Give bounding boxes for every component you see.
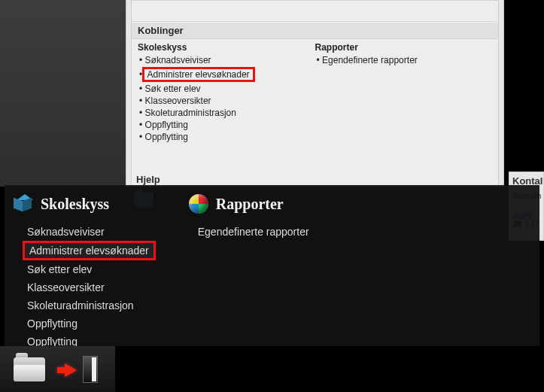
koblinger-col-a-list: SøknadsveiviserAdministrer elevsøknaderS… bbox=[138, 54, 315, 143]
koblinger-col-a-title: Skoleskyss bbox=[138, 42, 315, 53]
menu-item[interactable]: Oppflytting bbox=[23, 315, 156, 333]
menu-heading-rapporter-label: Rapporter bbox=[216, 196, 284, 213]
koblinger-col-b: Rapporter Egendefinerte rapporter bbox=[315, 42, 493, 143]
panel-top-space bbox=[132, 1, 498, 22]
koblinger-a-item[interactable]: Klasseoversikter bbox=[138, 95, 315, 107]
sphere-icon bbox=[189, 194, 208, 214]
koblinger-a-item[interactable]: Oppflytting bbox=[138, 119, 315, 131]
bottom-toolbar bbox=[0, 346, 544, 392]
menu-item[interactable]: Klasseoversikter bbox=[23, 278, 156, 296]
menu-heading-rapporter: Rapporter bbox=[186, 194, 314, 214]
menu-item[interactable]: Administrer elevsøknader bbox=[23, 241, 156, 260]
koblinger-header: Koblinger bbox=[132, 22, 498, 39]
koblinger-columns: Skoleskyss SøknadsveiviserAdministrer el… bbox=[132, 39, 498, 150]
menu-col-skoleskyss: Skoleskyss SøknadsveiviserAdministrer el… bbox=[9, 194, 156, 351]
exit-button[interactable] bbox=[65, 356, 98, 383]
hjelp-header: Hjelp bbox=[136, 174, 498, 185]
toolbar-segment bbox=[0, 346, 116, 392]
left-gutter bbox=[0, 0, 126, 187]
koblinger-col-b-title: Rapporter bbox=[315, 42, 493, 53]
menu-item[interactable]: Søk etter elev bbox=[23, 260, 156, 278]
koblinger-a-item[interactable]: Søknadsveiviser bbox=[138, 54, 315, 66]
start-menu: Skoleskyss SøknadsveiviserAdministrer el… bbox=[5, 185, 539, 346]
menu-item-rapporter[interactable]: Egendefinerte rapporter bbox=[193, 223, 314, 241]
koblinger-b-item[interactable]: Egendefinerte rapporter bbox=[315, 54, 493, 66]
koblinger-a-item[interactable]: Oppflytting bbox=[138, 131, 315, 143]
menu-heading-skoleskyss-label: Skoleskyss bbox=[41, 196, 109, 213]
cube-icon bbox=[12, 194, 33, 214]
koblinger-col-b-list: Egendefinerte rapporter bbox=[315, 54, 493, 66]
koblinger-a-item[interactable]: Administrer elevsøknader bbox=[138, 66, 315, 83]
menu-col-rapporter: Rapporter Egendefinerte rapporter bbox=[186, 194, 314, 351]
koblinger-a-item[interactable]: Skoleturadministrasjon bbox=[138, 107, 315, 119]
menu-item[interactable]: Skoleturadministrasjon bbox=[23, 296, 156, 315]
menu-item[interactable]: Søknadsveiviser bbox=[23, 223, 156, 241]
koblinger-col-a: Skoleskyss SøknadsveiviserAdministrer el… bbox=[138, 42, 315, 143]
panel-frame: Koblinger Skoleskyss SøknadsveiviserAdmi… bbox=[126, 0, 504, 187]
menu-heading-skoleskyss: Skoleskyss bbox=[9, 194, 156, 214]
open-folder-button[interactable] bbox=[14, 357, 45, 381]
panel-inner: Koblinger Skoleskyss SøknadsveiviserAdmi… bbox=[131, 0, 499, 187]
koblinger-a-item[interactable]: Søk etter elev bbox=[138, 83, 315, 95]
menu-list-skoleskyss: SøknadsveiviserAdministrer elevsøknaderS… bbox=[9, 223, 156, 351]
